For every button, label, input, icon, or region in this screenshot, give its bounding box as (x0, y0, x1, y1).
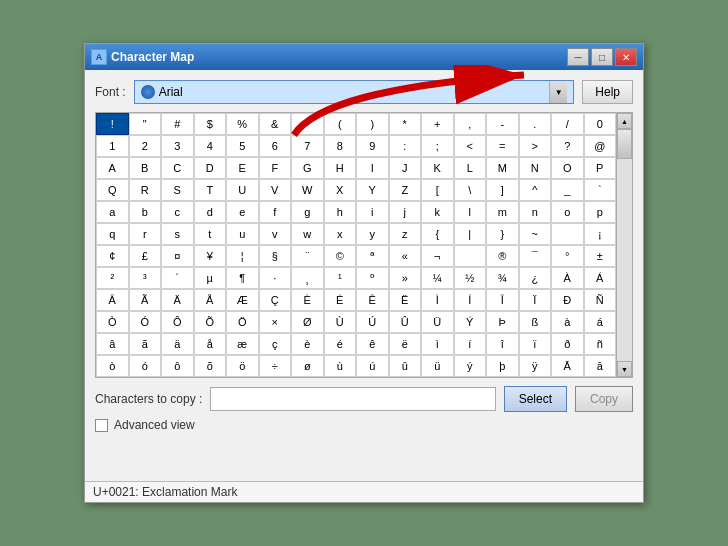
char-cell[interactable]: [ (421, 179, 454, 201)
char-cell[interactable]: ó (129, 355, 162, 377)
char-cell[interactable]: È (291, 289, 324, 311)
char-cell[interactable]: Ù (324, 311, 357, 333)
char-cell[interactable]: ¾ (486, 267, 519, 289)
char-cell[interactable]: w (291, 223, 324, 245)
char-cell[interactable]: ø (291, 355, 324, 377)
char-cell[interactable]: m (486, 201, 519, 223)
char-cell[interactable]: G (291, 157, 324, 179)
char-cell[interactable]: Ç (259, 289, 292, 311)
char-cell[interactable]: k (421, 201, 454, 223)
char-cell[interactable]: 4 (194, 135, 227, 157)
char-cell[interactable]: ¶ (226, 267, 259, 289)
char-cell[interactable]: · (259, 267, 292, 289)
char-cell[interactable]: Q (96, 179, 129, 201)
char-cell[interactable]: f (259, 201, 292, 223)
char-cell[interactable]: Ð (551, 289, 584, 311)
char-cell[interactable]: R (129, 179, 162, 201)
char-cell[interactable]: 3 (161, 135, 194, 157)
char-cell[interactable]: ê (356, 333, 389, 355)
char-cell[interactable]: 1 (96, 135, 129, 157)
copy-button[interactable]: Copy (575, 386, 633, 412)
char-cell[interactable]: ß (519, 311, 552, 333)
char-cell[interactable]: @ (584, 135, 617, 157)
char-cell[interactable]: { (421, 223, 454, 245)
char-cell[interactable]: Þ (486, 311, 519, 333)
char-cell[interactable]: î (486, 333, 519, 355)
char-cell[interactable]: L (454, 157, 487, 179)
close-button[interactable]: ✕ (615, 48, 637, 66)
char-cell[interactable]: E (226, 157, 259, 179)
char-cell[interactable]: H (324, 157, 357, 179)
font-dropdown[interactable]: Arial ▼ (134, 80, 575, 104)
minimize-button[interactable]: ─ (567, 48, 589, 66)
char-cell[interactable]: % (226, 113, 259, 135)
char-cell[interactable]: q (96, 223, 129, 245)
char-cell[interactable]: D (194, 157, 227, 179)
char-cell[interactable]: ô (161, 355, 194, 377)
char-cell[interactable]: 7 (291, 135, 324, 157)
char-cell[interactable]: F (259, 157, 292, 179)
char-cell[interactable]: Ì (421, 289, 454, 311)
char-cell[interactable]: ë (389, 333, 422, 355)
char-cell[interactable]: ½ (454, 267, 487, 289)
char-cell[interactable]: j (389, 201, 422, 223)
char-cell[interactable]: a (96, 201, 129, 223)
scroll-track[interactable] (617, 129, 632, 361)
char-cell[interactable]: Ñ (584, 289, 617, 311)
char-cell[interactable]: u (226, 223, 259, 245)
char-cell[interactable]: £ (129, 245, 162, 267)
char-cell[interactable]: û (389, 355, 422, 377)
char-cell[interactable]: ã (129, 333, 162, 355)
char-cell[interactable]: l (454, 201, 487, 223)
char-cell[interactable]: v (259, 223, 292, 245)
char-cell[interactable]: ° (551, 245, 584, 267)
char-cell[interactable] (551, 223, 584, 245)
char-cell[interactable]: Õ (194, 311, 227, 333)
char-cell[interactable]: K (421, 157, 454, 179)
char-cell[interactable]: í (454, 333, 487, 355)
characters-to-copy-input[interactable] (210, 387, 495, 411)
char-cell[interactable]: > (519, 135, 552, 157)
char-cell[interactable]: Ü (421, 311, 454, 333)
char-cell[interactable]: ^ (519, 179, 552, 201)
char-cell[interactable]: X (324, 179, 357, 201)
char-cell[interactable]: g (291, 201, 324, 223)
char-cell[interactable]: ÷ (259, 355, 292, 377)
char-cell[interactable]: b (129, 201, 162, 223)
char-cell[interactable]: Ā (551, 355, 584, 377)
char-cell[interactable]: U (226, 179, 259, 201)
char-cell[interactable]: Ô (161, 311, 194, 333)
char-cell[interactable]: ¹ (324, 267, 357, 289)
char-cell[interactable]: ® (486, 245, 519, 267)
char-cell[interactable]: 9 (356, 135, 389, 157)
char-cell[interactable]: x (324, 223, 357, 245)
char-cell[interactable]: ì (421, 333, 454, 355)
char-cell[interactable]: i (356, 201, 389, 223)
char-cell[interactable]: è (291, 333, 324, 355)
char-cell[interactable]: þ (486, 355, 519, 377)
select-button[interactable]: Select (504, 386, 567, 412)
char-cell[interactable]: Ò (96, 311, 129, 333)
char-cell[interactable]: } (486, 223, 519, 245)
char-cell[interactable]: Ú (356, 311, 389, 333)
char-cell[interactable]: s (161, 223, 194, 245)
char-cell[interactable]: º (356, 267, 389, 289)
char-cell[interactable]: ñ (584, 333, 617, 355)
char-cell[interactable]: à (551, 311, 584, 333)
scroll-thumb[interactable] (617, 129, 632, 159)
char-cell[interactable]: ï (519, 333, 552, 355)
char-cell[interactable]: p (584, 201, 617, 223)
char-cell[interactable]: T (194, 179, 227, 201)
char-cell[interactable]: ä (161, 333, 194, 355)
char-cell[interactable]: O (551, 157, 584, 179)
char-cell[interactable]: ü (421, 355, 454, 377)
char-cell[interactable]: ç (259, 333, 292, 355)
char-cell[interactable]: ? (551, 135, 584, 157)
char-cell[interactable]: ö (226, 355, 259, 377)
char-cell[interactable]: ¡ (584, 223, 617, 245)
char-cell[interactable]: ` (584, 179, 617, 201)
char-cell[interactable]: â (96, 333, 129, 355)
char-cell[interactable]: Z (389, 179, 422, 201)
char-cell[interactable]: = (486, 135, 519, 157)
char-cell[interactable]: 0 (584, 113, 617, 135)
